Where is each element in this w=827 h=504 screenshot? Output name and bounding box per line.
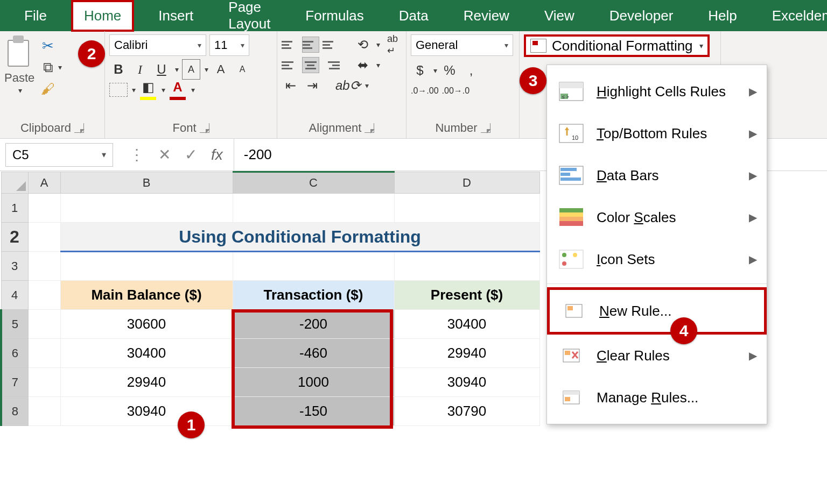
row-header-4[interactable]: 4 xyxy=(1,281,28,310)
conditional-formatting-button[interactable]: Conditional Formatting ▾ xyxy=(524,34,710,57)
wrap-text-button[interactable]: ab↵ xyxy=(383,34,402,55)
tab-view[interactable]: View xyxy=(534,2,585,30)
paste-dropdown[interactable]: ▾ xyxy=(18,86,22,95)
tab-file[interactable]: File xyxy=(13,2,58,30)
cf-new-rule[interactable]: New Rule... xyxy=(547,287,767,335)
tab-data[interactable]: Data xyxy=(388,2,439,30)
fill-color-button[interactable]: ◧ xyxy=(139,80,157,100)
increase-indent-button[interactable]: ⇥ xyxy=(303,75,321,96)
cell-C6[interactable]: -460 xyxy=(233,339,394,368)
cell-C7[interactable]: 1000 xyxy=(233,368,394,397)
underline-dropdown[interactable]: ▾ xyxy=(175,65,179,74)
borders-dropdown[interactable]: ▾ xyxy=(132,86,136,94)
align-middle-button[interactable] xyxy=(302,37,319,53)
cancel-formula-button[interactable]: ✕ xyxy=(158,146,171,164)
italic-button[interactable]: I xyxy=(131,59,149,80)
align-left-button[interactable] xyxy=(282,57,299,73)
name-box[interactable]: C5▾ xyxy=(5,143,113,167)
cell-D5[interactable]: 30400 xyxy=(394,310,539,339)
font-name-dropdown[interactable]: Calibri▾ xyxy=(109,34,206,56)
row-header-1[interactable]: 1 xyxy=(1,194,28,223)
clipboard-launcher[interactable] xyxy=(74,123,84,133)
cf-manage-rules[interactable]: Manage Rules... xyxy=(547,377,767,418)
cell-D8[interactable]: 30790 xyxy=(394,397,539,426)
cell-D7[interactable]: 30940 xyxy=(394,368,539,397)
row-header-8[interactable]: 8 xyxy=(1,397,28,426)
cell-B7[interactable]: 29940 xyxy=(60,368,233,397)
cf-clear-rules[interactable]: Clear Rules▶ xyxy=(547,335,767,377)
col-header-B[interactable]: B xyxy=(60,172,233,194)
percent-button[interactable]: % xyxy=(440,60,459,81)
tab-help[interactable]: Help xyxy=(697,2,747,30)
cut-icon[interactable]: ✂ xyxy=(39,38,57,54)
manage-rules-icon xyxy=(557,386,586,409)
row-header-3[interactable]: 3 xyxy=(1,252,28,281)
header-transaction[interactable]: Transaction ($) xyxy=(233,281,394,310)
cell-D6[interactable]: 29940 xyxy=(394,339,539,368)
select-all-button[interactable] xyxy=(1,172,28,194)
cell-B6[interactable]: 30400 xyxy=(60,339,233,368)
borders-button[interactable] xyxy=(109,83,128,97)
cell-C8[interactable]: -150 xyxy=(233,397,394,426)
copy-icon[interactable]: ⧉ xyxy=(39,59,57,75)
number-format-dropdown[interactable]: General▾ xyxy=(411,34,513,56)
decrease-font-button[interactable]: A xyxy=(233,59,251,80)
align-right-button[interactable] xyxy=(323,57,340,73)
tab-insert[interactable]: Insert xyxy=(148,2,204,30)
rotate-text-button[interactable]: ab⟳ xyxy=(335,75,361,96)
cf-highlight-cells-rules[interactable]: ≤ > Highlight Cells Rules▶ xyxy=(547,70,767,112)
align-bottom-button[interactable] xyxy=(323,37,340,53)
increase-decimal-button[interactable]: .0→.00 xyxy=(411,81,439,101)
copy-dropdown[interactable]: ▾ xyxy=(58,63,62,72)
paste-button[interactable]: Paste xyxy=(4,71,34,85)
col-header-A[interactable]: A xyxy=(28,172,60,194)
merge-button[interactable]: ⬌ xyxy=(354,55,372,75)
accounting-button[interactable]: $ xyxy=(411,60,429,81)
tab-review[interactable]: Review xyxy=(453,2,520,30)
header-main-balance[interactable]: Main Balance ($) xyxy=(60,281,233,310)
bold-button[interactable]: B xyxy=(109,59,128,80)
align-center-button[interactable] xyxy=(302,57,319,73)
decrease-decimal-button[interactable]: .00→.0 xyxy=(442,81,470,101)
fill-color-dropdown[interactable]: ▾ xyxy=(162,86,165,94)
cf-data-bars[interactable]: Data Bars▶ xyxy=(547,154,767,196)
row-header-2[interactable]: 2 xyxy=(1,223,28,252)
group-label-font: Font xyxy=(172,121,196,135)
format-painter-icon[interactable]: 🖌 xyxy=(39,81,57,97)
cf-color-scales[interactable]: Color Scales▶ xyxy=(547,196,767,238)
cf-top-bottom-rules[interactable]: 10 Top/Bottom Rules▶ xyxy=(547,112,767,154)
underline-button[interactable]: U xyxy=(152,59,171,80)
col-header-C[interactable]: C xyxy=(233,172,394,194)
orientation-button[interactable]: ⟲ xyxy=(354,34,372,55)
font-launcher[interactable] xyxy=(200,123,209,133)
paste-icon[interactable] xyxy=(5,34,33,70)
enter-formula-button[interactable]: ✓ xyxy=(185,146,197,164)
comma-button[interactable]: , xyxy=(462,60,480,81)
decrease-indent-button[interactable]: ⇤ xyxy=(282,75,300,96)
cell-B5[interactable]: 30600 xyxy=(60,310,233,339)
number-launcher[interactable] xyxy=(481,123,490,133)
font-color-button[interactable]: A xyxy=(169,80,187,100)
align-top-button[interactable] xyxy=(282,37,299,53)
tab-home[interactable]: Home xyxy=(71,0,134,32)
row-header-5[interactable]: 5 xyxy=(1,310,28,339)
cell-B8[interactable]: 30940 xyxy=(60,397,233,426)
font-color-dropdown[interactable]: ▾ xyxy=(191,86,195,94)
svg-rect-7 xyxy=(560,168,577,171)
row-header-7[interactable]: 7 xyxy=(1,368,28,397)
header-present[interactable]: Present ($) xyxy=(394,281,539,310)
increase-font-button[interactable]: A xyxy=(212,59,230,80)
cf-icon-sets[interactable]: Icon Sets▶ xyxy=(547,238,767,280)
grid-table[interactable]: A B C D 1 2Using Conditional Formatting … xyxy=(0,171,540,426)
row-header-6[interactable]: 6 xyxy=(1,339,28,368)
col-header-D[interactable]: D xyxy=(394,172,539,194)
fx-icon[interactable]: fx xyxy=(211,146,223,164)
cell-C5[interactable]: -200 xyxy=(233,310,394,339)
tab-exceldemy[interactable]: Exceldemy xyxy=(761,2,827,30)
formula-menu-icon[interactable]: ⋮ xyxy=(129,146,144,164)
alignment-launcher[interactable] xyxy=(365,123,374,133)
sheet-title[interactable]: Using Conditional Formatting xyxy=(60,223,539,252)
font-size-dropdown[interactable]: 11▾ xyxy=(209,34,249,56)
tab-formulas[interactable]: Formulas xyxy=(295,2,374,30)
tab-developer[interactable]: Developer xyxy=(599,2,684,30)
